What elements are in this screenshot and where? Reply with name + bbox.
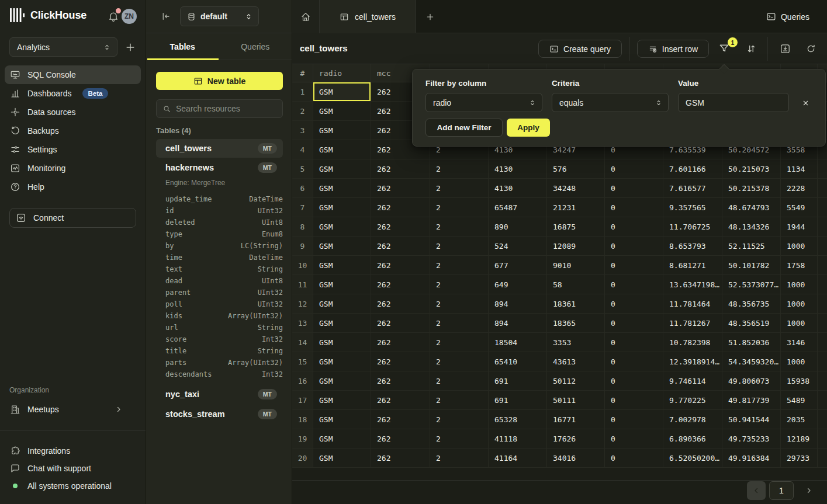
table-cell[interactable]: GSM (313, 82, 371, 101)
table-cell[interactable]: GSM (313, 179, 371, 197)
sidebar-item-dashboards[interactable]: DashboardsBeta (5, 84, 141, 103)
table-cell[interactable]: 0 (605, 179, 663, 197)
table-cell[interactable]: 49.806073 (722, 371, 781, 390)
table-cell[interactable]: 16771 (547, 410, 605, 429)
table-cell[interactable]: 10.782398 (663, 333, 722, 352)
table-cell[interactable]: 7.616577 (663, 179, 722, 197)
table-cell[interactable]: 43613 (547, 352, 605, 371)
table-cell[interactable]: 262 (371, 371, 430, 390)
create-query-button[interactable]: Create query (538, 40, 622, 58)
table-cell[interactable]: 2 (430, 371, 489, 390)
table-cell[interactable]: 9.357565 (663, 198, 722, 217)
download-icon[interactable] (780, 43, 791, 54)
table-cell[interactable]: 49.817739 (722, 391, 781, 409)
apply-filter-button[interactable]: Apply (507, 119, 550, 137)
table-cell[interactable]: 1944 (781, 217, 818, 236)
table-cell[interactable]: 1134 (781, 159, 818, 178)
table-cell[interactable]: 262 (371, 198, 430, 217)
table-cell[interactable]: 2 (430, 391, 489, 409)
table-cell[interactable]: GSM (313, 217, 371, 236)
table-cell[interactable]: 262 (371, 159, 430, 178)
criteria-select[interactable]: equals (552, 93, 669, 112)
table-cell[interactable]: 262 (371, 275, 430, 294)
new-tab-button[interactable] (416, 0, 444, 33)
insert-row-button[interactable]: Insert row (637, 40, 709, 58)
table-cell[interactable]: 41118 (489, 429, 547, 448)
filter-column-select[interactable]: radio (425, 93, 542, 112)
new-table-button[interactable]: New table (156, 72, 283, 90)
table-cell[interactable]: 1000 (781, 237, 818, 255)
table-cell[interactable]: 52.11525 (722, 237, 781, 255)
table-cell[interactable]: 262 (371, 237, 430, 255)
table-cell[interactable]: 1000 (781, 275, 818, 294)
sidebar-item-all-systems-operational[interactable]: All systems operational (0, 477, 146, 495)
tab-queries[interactable]: Queries (219, 33, 292, 60)
refresh-icon[interactable] (805, 43, 816, 54)
table-cell[interactable]: 262 (371, 256, 430, 274)
table-cell[interactable]: 262 (371, 449, 430, 467)
table-cell[interactable]: 677 (489, 256, 547, 274)
table-cell[interactable]: GSM (313, 102, 371, 120)
table-cell[interactable]: 262 (371, 333, 430, 352)
sidebar-item-meetups[interactable]: Meetups (5, 399, 141, 419)
sidebar-item-settings[interactable]: Settings (5, 140, 141, 159)
table-cell[interactable]: 52.5373077… (722, 275, 781, 294)
table-cell[interactable]: 0 (605, 429, 663, 448)
table-cell[interactable]: 50111 (547, 391, 605, 409)
table-cell[interactable]: 50112 (547, 371, 605, 390)
table-cell[interactable]: 1000 (781, 294, 818, 313)
table-cell[interactable]: 48.356519 (722, 314, 781, 332)
table-cell[interactable]: 12089 (547, 237, 605, 255)
add-new-filter-button[interactable]: Add new Filter (425, 119, 503, 137)
tab-tables[interactable]: Tables (146, 33, 219, 60)
table-cell[interactable]: GSM (313, 391, 371, 409)
table-cell[interactable]: 0 (605, 391, 663, 409)
table-cell[interactable]: 524 (489, 237, 547, 255)
table-cell[interactable]: 2 (430, 198, 489, 217)
table-cell[interactable]: GSM (313, 121, 371, 140)
table-cell[interactable]: 649 (489, 275, 547, 294)
table-cell[interactable]: 65328 (489, 410, 547, 429)
pagination-page[interactable]: 1 (769, 481, 794, 500)
table-cell[interactable]: 12.3918914… (663, 352, 722, 371)
table-cell[interactable]: 18361 (547, 294, 605, 313)
table-cell[interactable]: 18504 (489, 333, 547, 352)
table-cell[interactable]: 262 (371, 217, 430, 236)
table-cell[interactable]: 48.674793 (722, 198, 781, 217)
table-cell[interactable]: 576 (547, 159, 605, 178)
table-cell[interactable]: 51.852036 (722, 333, 781, 352)
table-cell[interactable]: 0 (605, 294, 663, 313)
table-cell[interactable]: GSM (313, 275, 371, 294)
table-cell[interactable]: GSM (313, 294, 371, 313)
table-cell[interactable]: 890 (489, 217, 547, 236)
table-cell[interactable]: GSM (313, 333, 371, 352)
connect-button[interactable]: Connect (9, 208, 136, 228)
table-cell[interactable]: 34248 (547, 179, 605, 197)
table-cell[interactable]: 18365 (547, 314, 605, 332)
table-cell[interactable]: 11.781464 (663, 294, 722, 313)
table-cell[interactable]: 2 (430, 159, 489, 178)
table-cell[interactable]: 2 (430, 275, 489, 294)
table-cell[interactable]: 29733 (781, 449, 818, 467)
table-cell[interactable]: 2 (430, 429, 489, 448)
table-cell[interactable]: 262 (371, 391, 430, 409)
database-select[interactable]: default (180, 6, 259, 26)
table-cell[interactable]: 6.52050200… (663, 449, 722, 467)
home-button[interactable] (292, 0, 320, 33)
table-cell[interactable]: 262 (371, 410, 430, 429)
table-cell[interactable]: 48.356735 (722, 294, 781, 313)
sidebar-item-backups[interactable]: Backups (5, 121, 141, 140)
remove-filter-button[interactable] (798, 96, 812, 110)
column-header[interactable]: radio (313, 64, 371, 82)
table-cell[interactable]: GSM (313, 256, 371, 274)
table-cell[interactable]: 49.916384 (722, 449, 781, 467)
table-cell[interactable]: 50.941544 (722, 410, 781, 429)
table-cell[interactable]: 2 (430, 294, 489, 313)
table-cell[interactable]: 0 (605, 217, 663, 236)
table-cell[interactable]: 34016 (547, 449, 605, 467)
filter-value-input[interactable] (678, 93, 789, 112)
table-item-nyc-taxi[interactable]: nyc_taxi MT (156, 385, 283, 404)
table-cell[interactable]: 2228 (781, 179, 818, 197)
table-cell[interactable]: 3146 (781, 333, 818, 352)
pagination-next-button[interactable] (802, 481, 816, 500)
